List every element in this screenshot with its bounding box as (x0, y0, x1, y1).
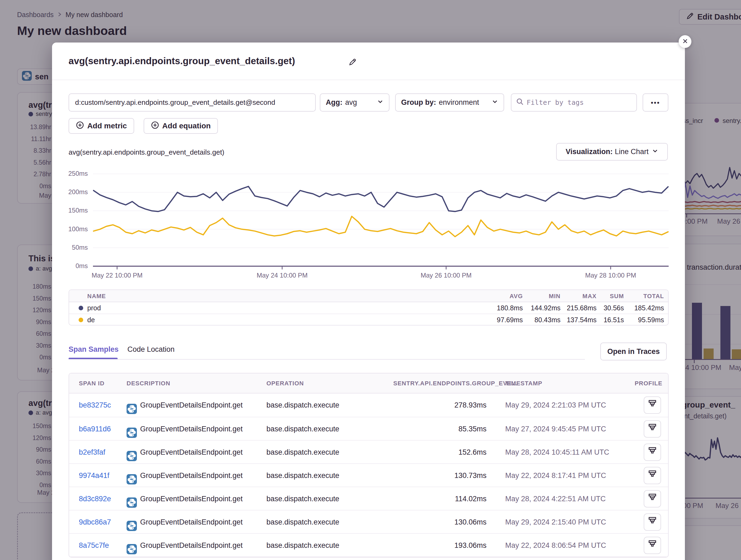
column-header[interactable]: SPAN ID (79, 374, 105, 393)
flame-chart-icon (648, 417, 657, 441)
span-sample-row[interactable]: b6a911d6 GroupEventDetailsEndpoint.get b… (69, 417, 668, 440)
query-overflow-menu-button[interactable]: ••• (643, 93, 668, 111)
column-header[interactable]: SENTRY.API.ENDPOINTS.GROUP_EVE… (393, 374, 485, 393)
flame-chart-icon (648, 393, 657, 417)
series-total: 95.59ms (621, 314, 664, 325)
span-sample-row[interactable]: 9dbc86a7 GroupEventDetailsEndpoint.get b… (69, 510, 668, 533)
span-id-link[interactable]: 8d3c892e (79, 487, 111, 510)
span-timestamp: May 28, 2024 4:22:51 AM UTC (505, 487, 606, 510)
column-header[interactable]: TOTAL (621, 290, 664, 302)
samples-rows: be83275c GroupEventDetailsEndpoint.get b… (69, 393, 668, 557)
aggregation-dropdown[interactable]: Agg:avg (320, 93, 390, 111)
span-id-link[interactable]: be83275c (79, 393, 111, 417)
profile-button[interactable] (644, 396, 661, 414)
profile-button[interactable] (644, 537, 661, 554)
span-timestamp: May 29, 2024 2:15:40 PM UTC (505, 510, 606, 534)
flame-chart-icon (648, 464, 657, 487)
span-duration-value: 114.02ms (394, 487, 486, 510)
tab-span-samples[interactable]: Span Samples (69, 345, 119, 354)
span-operation: base.dispatch.execute (266, 417, 339, 441)
x-axis: May 22 10:00 PMMay 24 10:00 PMMay 26 10:… (93, 271, 669, 281)
series-name: de (87, 314, 95, 325)
axis-tick-label: May 22 10:00 PM (76, 271, 158, 279)
edit-title-pencil-icon[interactable] (348, 58, 357, 67)
y-axis: 250ms200ms150ms100ms50ms0ms (52, 170, 88, 281)
span-duration-value: 130.73ms (394, 464, 486, 487)
series-color-dot (79, 306, 83, 310)
span-sample-row[interactable]: 9974a41f GroupEventDetailsEndpoint.get b… (69, 463, 668, 487)
flame-chart-icon (648, 534, 657, 557)
add-metric-button[interactable]: Add metric (69, 118, 134, 134)
span-id-link[interactable]: 9974a41f (79, 464, 110, 487)
group-by-text: Group by:environment (401, 98, 479, 107)
group-by-dropdown[interactable]: Group by:environment (395, 93, 504, 111)
span-operation: base.dispatch.execute (266, 441, 339, 464)
span-description: GroupEventDetailsEndpoint.get (140, 487, 243, 510)
span-id-link[interactable]: b2ef3faf (79, 441, 106, 464)
series-avg: 180.8ms (479, 302, 523, 314)
profile-button[interactable] (644, 420, 661, 437)
metric-details-modal: avg(sentry.api.endpoints.group_event_det… (52, 43, 685, 560)
tag-filter-field (511, 93, 637, 111)
profile-button[interactable] (644, 467, 661, 484)
span-description: GroupEventDetailsEndpoint.get (140, 417, 243, 441)
span-sample-row[interactable]: b2ef3faf GroupEventDetailsEndpoint.get b… (69, 440, 668, 463)
series-total: 185.42ms (621, 302, 664, 314)
span-description: GroupEventDetailsEndpoint.get (140, 393, 243, 417)
axis-tick-label: May 26 10:00 PM (405, 271, 487, 279)
series-summary-table: NAME AVG MIN MAX SUM TOTAL prod 180.8ms … (69, 290, 669, 325)
add-equation-button[interactable]: Add equation (144, 118, 218, 134)
span-sample-row[interactable]: 8a75c7fe GroupEventDetailsEndpoint.get b… (69, 533, 668, 556)
span-operation: base.dispatch.execute (266, 534, 339, 557)
profile-button[interactable] (644, 513, 661, 531)
axis-tick-label: May 28 10:00 PM (570, 271, 651, 279)
tab-code-location[interactable]: Code Location (127, 345, 175, 354)
span-sample-row[interactable]: 8d3c892e GroupEventDetailsEndpoint.get b… (69, 487, 668, 510)
span-sample-row[interactable]: be83275c GroupEventDetailsEndpoint.get b… (69, 393, 668, 417)
span-id-link[interactable]: 9dbc86a7 (79, 510, 111, 534)
profile-button[interactable] (644, 444, 661, 461)
axis-tick-label: 100ms (52, 225, 88, 244)
column-header[interactable]: NAME (87, 290, 106, 302)
metric-query-input[interactable] (69, 93, 316, 111)
span-samples-table: SPAN ID DESCRIPTION OPERATION SENTRY.API… (69, 373, 669, 558)
span-description: GroupEventDetailsEndpoint.get (140, 464, 243, 487)
metric-line-chart[interactable] (93, 168, 669, 271)
span-timestamp: May 27, 2024 9:45:45 PM UTC (505, 417, 606, 441)
profile-button[interactable] (644, 490, 661, 507)
flame-chart-icon (648, 487, 657, 510)
flame-chart-icon (648, 510, 657, 534)
span-timestamp: May 29, 2024 2:21:03 PM UTC (505, 393, 606, 417)
span-duration-value: 278.93ms (394, 393, 486, 417)
column-header[interactable]: AVG (479, 290, 523, 302)
visualization-dropdown[interactable]: Visualization:Line Chart (556, 143, 668, 161)
chart-title: avg(sentry.api.endpoints.group_event_det… (69, 148, 224, 157)
span-description: GroupEventDetailsEndpoint.get (140, 510, 243, 534)
column-header[interactable]: OPERATION (266, 374, 304, 393)
axis-tick-label: 150ms (52, 207, 88, 225)
summary-row[interactable]: prod 180.8ms 144.92ms 215.68ms 30.56s 18… (69, 302, 668, 314)
span-id-link[interactable]: 8a75c7fe (79, 534, 109, 557)
header-divider (52, 80, 685, 80)
summary-header-row: NAME AVG MIN MAX SUM TOTAL (69, 290, 668, 302)
column-header[interactable]: DESCRIPTION (127, 374, 170, 393)
span-duration-value: 193.06ms (394, 534, 486, 557)
close-icon (682, 37, 689, 46)
column-header[interactable]: TIMESTAMP (505, 374, 542, 393)
span-duration-value: 85.35ms (394, 417, 486, 441)
visualization-text: Visualization:Line Chart (566, 148, 649, 156)
tab-divider (69, 359, 585, 359)
series-name: prod (87, 302, 101, 314)
axis-tick-label: 200ms (52, 188, 88, 207)
open-in-traces-button[interactable]: Open in Traces (600, 342, 667, 361)
column-header[interactable]: PROFILE (619, 374, 662, 393)
axis-tick-label: 50ms (52, 244, 88, 262)
span-timestamp: May 22, 2024 8:17:41 PM UTC (505, 464, 606, 487)
close-modal-button[interactable] (679, 35, 691, 48)
summary-row[interactable]: de 97.69ms 80.43ms 137.54ms 16.51s 95.59… (69, 314, 668, 325)
add-metric-label: Add metric (87, 122, 127, 130)
span-id-link[interactable]: b6a911d6 (79, 417, 111, 441)
plus-circle-icon (76, 121, 84, 131)
column-header[interactable]: SUM (581, 290, 624, 302)
tag-filter-input[interactable] (527, 98, 632, 106)
